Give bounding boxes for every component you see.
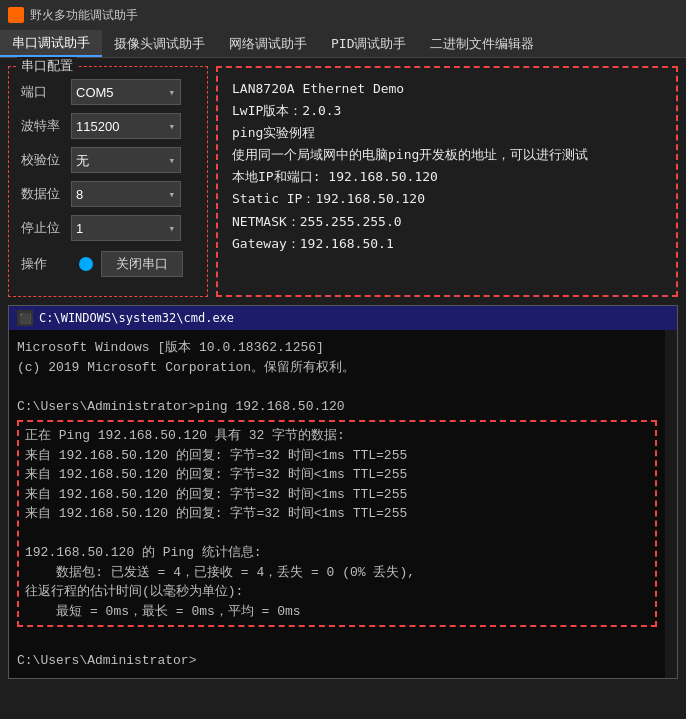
databits-label: 数据位 [21, 185, 71, 203]
cmd-reply-1: 来自 192.168.50.120 的回复: 字节=32 时间<1ms TTL=… [25, 446, 649, 466]
info-line-5: 本地IP和端口: 192.168.50.120 [232, 166, 662, 188]
cmd-reply-3: 来自 192.168.50.120 的回复: 字节=32 时间<1ms TTL=… [25, 485, 649, 505]
baud-label: 波特率 [21, 117, 71, 135]
top-section: 串口配置 端口 COM5 波特率 115200 校验位 [0, 58, 686, 305]
cmd-stats-rtt-values: 最短 = 0ms，最长 = 0ms，平均 = 0ms [25, 602, 649, 622]
cmd-stats-header: 192.168.50.120 的 Ping 统计信息: [25, 543, 649, 563]
menu-binary[interactable]: 二进制文件编辑器 [418, 30, 546, 57]
info-line-2: LwIP版本：2.0.3 [232, 100, 662, 122]
cmd-body[interactable]: Microsoft Windows [版本 10.0.18362.1256] (… [9, 330, 665, 678]
databits-select[interactable]: 8 [71, 181, 181, 207]
info-line-8: Gateway：192.168.50.1 [232, 233, 662, 255]
parity-row: 校验位 无 [21, 147, 195, 173]
toggle-indicator[interactable] [79, 257, 93, 271]
title-bar: 野火多功能调试助手 [0, 0, 686, 30]
port-select[interactable]: COM5 [71, 79, 181, 105]
cmd-reply-2: 来自 192.168.50.120 的回复: 字节=32 时间<1ms TTL=… [25, 465, 649, 485]
cmd-scrollbar[interactable] [665, 330, 677, 678]
parity-label: 校验位 [21, 151, 71, 169]
info-line-7: NETMASK：255.255.255.0 [232, 211, 662, 233]
action-row: 操作 关闭串口 [21, 251, 195, 277]
cmd-blank-2 [25, 524, 649, 544]
cmd-window: ⬛ C:\WINDOWS\system32\cmd.exe Microsoft … [8, 305, 678, 679]
cmd-ping-results: 正在 Ping 192.168.50.120 具有 32 字节的数据: 来自 1… [17, 420, 657, 627]
cmd-stats-packets: 数据包: 已发送 = 4，已接收 = 4，丢失 = 0 (0% 丢失), [25, 563, 649, 583]
menu-camera[interactable]: 摄像头调试助手 [102, 30, 217, 57]
parity-select-wrapper: 无 [71, 147, 181, 173]
stopbits-label: 停止位 [21, 219, 71, 237]
close-serial-button[interactable]: 关闭串口 [101, 251, 183, 277]
menu-bar: 串口调试助手 摄像头调试助手 网络调试助手 PID调试助手 二进制文件编辑器 [0, 30, 686, 58]
stopbits-select-wrapper: 1 [71, 215, 181, 241]
cmd-stats-rtt-header: 往返行程的估计时间(以毫秒为单位): [25, 582, 649, 602]
cmd-scroll-container: Microsoft Windows [版本 10.0.18362.1256] (… [9, 330, 677, 678]
main-content: 串口配置 端口 COM5 波特率 115200 校验位 [0, 58, 686, 687]
baud-select-wrapper: 115200 [71, 113, 181, 139]
cmd-title-bar: ⬛ C:\WINDOWS\system32\cmd.exe [9, 306, 677, 330]
port-row: 端口 COM5 [21, 79, 195, 105]
cmd-footer-prompt: C:\Users\Administrator> [17, 651, 657, 671]
serial-config-panel: 串口配置 端口 COM5 波特率 115200 校验位 [8, 66, 208, 297]
cmd-blank-1 [17, 377, 657, 397]
stopbits-row: 停止位 1 [21, 215, 195, 241]
menu-network[interactable]: 网络调试助手 [217, 30, 319, 57]
info-panel: LAN8720A Ethernet Demo LwIP版本：2.0.3 ping… [216, 66, 678, 297]
port-select-wrapper: COM5 [71, 79, 181, 105]
databits-row: 数据位 8 [21, 181, 195, 207]
databits-select-wrapper: 8 [71, 181, 181, 207]
menu-pid[interactable]: PID调试助手 [319, 30, 418, 57]
cmd-reply-4: 来自 192.168.50.120 的回复: 字节=32 时间<1ms TTL=… [25, 504, 649, 524]
action-label: 操作 [21, 255, 71, 273]
cmd-intro-1: Microsoft Windows [版本 10.0.18362.1256] [17, 338, 657, 358]
menu-serial[interactable]: 串口调试助手 [0, 30, 102, 57]
cmd-intro-2: (c) 2019 Microsoft Corporation。保留所有权利。 [17, 358, 657, 378]
cmd-ping-command: C:\Users\Administrator>ping 192.168.50.1… [17, 397, 657, 417]
info-line-3: ping实验例程 [232, 122, 662, 144]
parity-select[interactable]: 无 [71, 147, 181, 173]
stopbits-select[interactable]: 1 [71, 215, 181, 241]
app-title: 野火多功能调试助手 [30, 7, 138, 24]
info-line-4: 使用同一个局域网中的电脑ping开发板的地址，可以进行测试 [232, 144, 662, 166]
baud-select[interactable]: 115200 [71, 113, 181, 139]
baud-row: 波特率 115200 [21, 113, 195, 139]
cmd-ping-header: 正在 Ping 192.168.50.120 具有 32 字节的数据: [25, 426, 649, 446]
cmd-icon: ⬛ [17, 310, 33, 326]
cmd-title: C:\WINDOWS\system32\cmd.exe [39, 311, 234, 325]
serial-config-title: 串口配置 [17, 57, 77, 75]
info-line-1: LAN8720A Ethernet Demo [232, 78, 662, 100]
app-icon [8, 7, 24, 23]
info-line-6: Static IP：192.168.50.120 [232, 188, 662, 210]
port-label: 端口 [21, 83, 71, 101]
cmd-blank-3 [17, 631, 657, 651]
